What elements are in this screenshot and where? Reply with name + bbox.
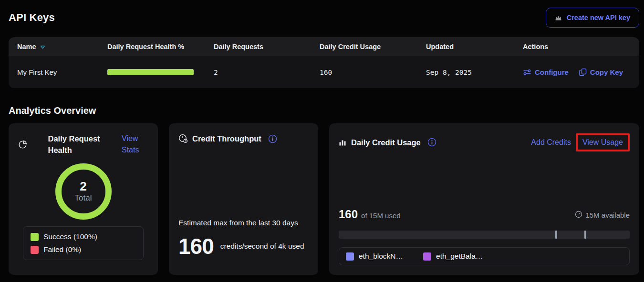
health-card-header: Daily Request Health View Stats <box>18 133 148 156</box>
credit-throughput-card: Credit Throughput Estimated max from the… <box>169 123 318 275</box>
credits-used-caption: of 15M used <box>361 212 401 220</box>
column-header-requests: Daily Requests <box>214 43 320 50</box>
credits-available-label: 15M available <box>585 211 630 219</box>
usage-card-title: Daily Credit Usage <box>351 137 421 148</box>
column-header-actions: Actions <box>523 43 631 50</box>
donut-total-value: 2 <box>80 180 86 193</box>
bar-chart-icon <box>339 138 347 146</box>
configure-button[interactable]: Configure <box>523 68 569 76</box>
dashboard-page: API Keys Create new API key Name Daily R… <box>0 0 644 282</box>
usage-card-links: Add Credits View Usage <box>531 133 630 151</box>
sort-descending-icon[interactable] <box>40 43 45 50</box>
usage-card-header: Daily Credit Usage Add Credits View Usag… <box>339 133 630 151</box>
analytics-cards: Daily Request Health View Stats 2 Total … <box>9 123 639 275</box>
request-health-donut: 2 Total <box>55 163 112 220</box>
sliders-icon <box>523 69 531 76</box>
row-actions: Configure Copy Key <box>523 68 631 76</box>
legend-item-eth-blocknumber: eth_blockN… <box>346 252 403 261</box>
view-usage-highlight-box: View Usage <box>576 133 630 151</box>
daily-credit-usage-card: Daily Credit Usage Add Credits View Usag… <box>329 123 639 275</box>
failed-label: Failed (0%) <box>43 245 81 254</box>
health-card-title: Daily Request Health <box>48 133 105 156</box>
info-icon[interactable] <box>427 138 436 147</box>
throughput-caption: Estimated max from the last 30 days <box>178 219 309 227</box>
eth-blocknumber-label: eth_blockN… <box>359 252 403 261</box>
legend-item-failed: Failed (0%) <box>31 245 136 254</box>
daily-credit-usage-value: 160 <box>320 69 426 76</box>
gauge-icon <box>178 134 188 143</box>
eth-getbalance-swatch <box>423 252 431 261</box>
credit-usage-bar <box>339 231 630 239</box>
credits-available: 15M available <box>575 211 630 220</box>
view-usage-link[interactable]: View Usage <box>582 137 623 148</box>
column-header-health: Daily Request Health % <box>107 43 214 50</box>
failed-swatch <box>31 246 39 254</box>
table-row: My First Key 2 160 Sep 8, 2025 Conf <box>9 56 639 88</box>
throughput-value: 160 <box>178 235 214 258</box>
pie-chart-icon <box>18 140 27 149</box>
donut-wrap: 2 Total <box>18 163 148 220</box>
analytics-overview-heading: Analytics Overview <box>9 105 639 116</box>
crown-icon <box>555 15 562 21</box>
column-header-usage: Daily Credit Usage <box>320 43 426 50</box>
health-bar-fill <box>107 69 194 75</box>
meter-icon <box>575 211 582 220</box>
success-swatch <box>31 233 39 241</box>
legend-item-eth-getbalance: eth_getBala… <box>423 252 483 261</box>
success-label: Success (100%) <box>43 232 97 241</box>
throughput-card-title: Credit Throughput <box>192 133 261 144</box>
throughput-card-header: Credit Throughput <box>178 133 309 144</box>
page-title: API Keys <box>9 11 55 24</box>
daily-request-health-card: Daily Request Health View Stats 2 Total … <box>9 123 158 275</box>
copy-key-button[interactable]: Copy Key <box>579 68 623 76</box>
column-header-name-label: Name <box>17 43 36 50</box>
health-bar-track <box>107 69 194 75</box>
eth-blocknumber-swatch <box>346 252 354 261</box>
copy-key-label: Copy Key <box>590 68 623 76</box>
api-keys-table: Name Daily Request Health % Daily Reques… <box>9 37 639 88</box>
eth-getbalance-label: eth_getBala… <box>436 252 483 261</box>
copy-icon <box>579 68 587 76</box>
updated-value: Sep 8, 2025 <box>426 69 523 76</box>
usage-summary-row: 160 of 15M used 15M available <box>339 208 630 221</box>
table-header-row: Name Daily Request Health % Daily Reques… <box>9 37 639 56</box>
credits-used-value: 160 <box>339 208 358 221</box>
usage-bar-tick <box>555 231 557 239</box>
legend-item-success: Success (100%) <box>31 232 136 241</box>
view-stats-link[interactable]: View Stats <box>122 133 148 156</box>
create-api-key-label: Create new API key <box>567 14 630 21</box>
api-key-name: My First Key <box>17 68 107 76</box>
usage-legend: eth_blockN… eth_getBala… <box>339 247 630 265</box>
throughput-unit: credits/second of 4k used <box>220 241 305 252</box>
column-header-name[interactable]: Name <box>17 43 107 50</box>
usage-bar-tick <box>584 231 586 239</box>
create-api-key-button[interactable]: Create new API key <box>546 8 639 28</box>
info-icon[interactable] <box>268 134 277 143</box>
add-credits-link[interactable]: Add Credits <box>531 138 571 147</box>
daily-requests-value: 2 <box>214 69 320 76</box>
donut-total-label: Total <box>75 193 92 203</box>
health-legend: Success (100%) Failed (0%) <box>23 226 144 260</box>
throughput-value-row: 160 credits/second of 4k used <box>178 235 309 258</box>
column-header-updated: Updated <box>426 43 523 50</box>
top-bar: API Keys Create new API key <box>9 8 639 28</box>
configure-label: Configure <box>535 68 569 76</box>
